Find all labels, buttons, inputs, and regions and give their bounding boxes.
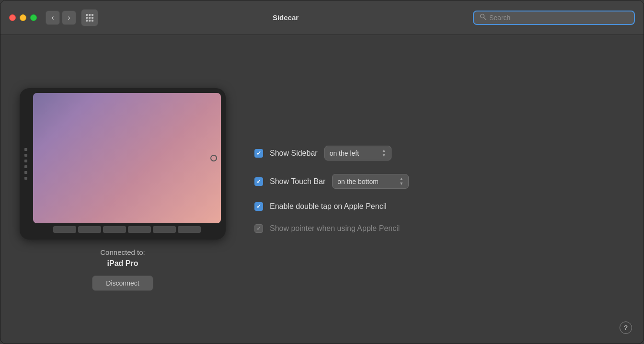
show-touchbar-checkbox[interactable]: ✓ — [254, 177, 263, 186]
enable-double-tap-label: Enable double tap on Apple Pencil — [270, 202, 387, 211]
sidebar-dot — [24, 171, 27, 174]
svg-line-1 — [484, 18, 486, 20]
right-panel: ✓ Show Sidebar on the left ▲ ▼ ✓ — [254, 146, 624, 233]
show-sidebar-label: Show Sidebar — [270, 149, 318, 158]
sidebar-dot — [24, 148, 27, 151]
grid-view-button[interactable] — [81, 9, 98, 26]
checkmark-icon: ✓ — [256, 203, 261, 210]
titlebar: ‹ › Sidecar — [0, 0, 644, 35]
connected-label: Connected to: — [92, 248, 153, 256]
sidebar-position-dropdown[interactable]: on the left ▲ ▼ — [324, 146, 391, 161]
back-icon: ‹ — [51, 13, 54, 22]
touchbar-key — [103, 226, 126, 233]
back-button[interactable]: ‹ — [46, 11, 60, 25]
show-pointer-label: Show pointer when using Apple Pencil — [270, 224, 400, 233]
forward-icon: › — [68, 13, 70, 22]
left-panel: Connected to: iPad Pro Disconnect — [20, 88, 226, 291]
nav-buttons: ‹ › — [46, 11, 76, 25]
dropdown-arrows-icon: ▲ ▼ — [399, 177, 403, 186]
checkmark-icon: ✓ — [256, 225, 261, 232]
search-box[interactable] — [473, 11, 635, 25]
show-pointer-checkbox[interactable]: ✓ — [254, 224, 263, 233]
traffic-lights — [9, 14, 37, 21]
minimize-button[interactable] — [20, 14, 26, 21]
ipad-sidebar-dots — [24, 148, 27, 180]
help-button[interactable]: ? — [620, 321, 632, 334]
touchbar-key — [153, 226, 176, 233]
touchbar-key — [178, 226, 201, 233]
grid-icon — [86, 14, 93, 22]
maximize-button[interactable] — [30, 14, 37, 21]
device-name: iPad Pro — [92, 259, 153, 268]
enable-double-tap-checkbox[interactable]: ✓ — [254, 202, 263, 211]
disconnect-button[interactable]: Disconnect — [92, 275, 153, 291]
show-touchbar-label: Show Touch Bar — [270, 177, 325, 186]
sidebar-dot — [24, 154, 27, 157]
search-input[interactable] — [489, 14, 628, 22]
checkmark-icon: ✓ — [256, 178, 261, 185]
touchbar-position-value: on the bottom — [337, 178, 395, 185]
sidebar-position-value: on the left — [330, 149, 378, 157]
show-pointer-row: ✓ Show pointer when using Apple Pencil — [254, 224, 624, 233]
sidebar-dot — [24, 165, 27, 168]
content-layout: Connected to: iPad Pro Disconnect ✓ Show… — [0, 35, 644, 344]
ipad-screen — [33, 93, 221, 223]
show-sidebar-row: ✓ Show Sidebar on the left ▲ ▼ — [254, 146, 624, 161]
close-button[interactable] — [9, 14, 16, 21]
touchbar-position-dropdown[interactable]: on the bottom ▲ ▼ — [332, 174, 409, 189]
search-icon — [480, 13, 486, 22]
touchbar-key — [78, 226, 101, 233]
ipad-touchbar — [33, 226, 221, 235]
enable-double-tap-row: ✓ Enable double tap on Apple Pencil — [254, 202, 624, 211]
checkmark-icon: ✓ — [256, 150, 261, 157]
forward-button[interactable]: › — [62, 11, 76, 25]
show-sidebar-checkbox[interactable]: ✓ — [254, 149, 263, 158]
ipad-home-button — [210, 155, 217, 161]
help-icon: ? — [624, 324, 628, 332]
sidebar-dot — [24, 177, 27, 180]
show-touchbar-row: ✓ Show Touch Bar on the bottom ▲ ▼ — [254, 174, 624, 189]
ipad-frame — [20, 88, 226, 240]
touchbar-key — [128, 226, 151, 233]
window-title: Sidecar — [98, 13, 473, 22]
dropdown-arrows-icon: ▲ ▼ — [382, 149, 386, 158]
touchbar-key — [53, 226, 76, 233]
main-content: Connected to: iPad Pro Disconnect ✓ Show… — [0, 35, 644, 344]
window: ‹ › Sidecar — [0, 0, 644, 344]
sidebar-dot — [24, 160, 27, 162]
device-info: Connected to: iPad Pro Disconnect — [92, 248, 153, 291]
